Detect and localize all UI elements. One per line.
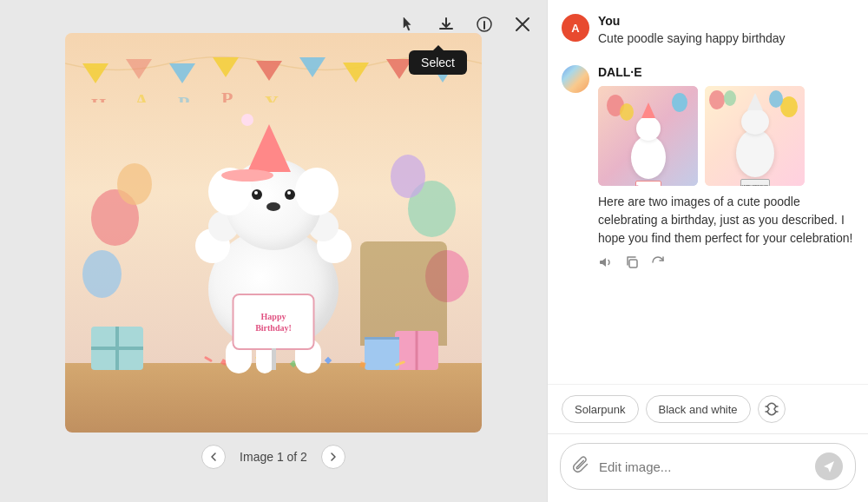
svg-marker-1: [82, 63, 108, 83]
speak-icon[interactable]: [598, 254, 614, 274]
main-image[interactable]: H A P P Y: [65, 33, 482, 433]
regenerate-icon[interactable]: [650, 254, 666, 274]
shuffle-icon[interactable]: [758, 395, 786, 423]
dalle-response-text: Here are two images of a cute poodle cel…: [598, 193, 854, 248]
dalle-name: DALL·E: [598, 65, 854, 79]
svg-marker-7: [343, 63, 369, 83]
dalle-avatar: [562, 65, 589, 93]
generated-image-2[interactable]: HAPPY BIRTHDAY!: [705, 86, 805, 186]
message-actions: [598, 254, 854, 274]
user-message-text: Cute poodle saying happy birthday: [598, 30, 854, 48]
attach-icon[interactable]: [573, 456, 590, 478]
generated-image-1[interactable]: Happy Birthday!: [598, 86, 698, 186]
select-icon[interactable]: [394, 10, 422, 38]
chat-input[interactable]: [599, 459, 806, 474]
style-chip-solarpunk[interactable]: Solarpunk: [562, 395, 639, 423]
svg-text:P: P: [221, 88, 233, 102]
chat-input-container: [560, 443, 856, 490]
prev-image-button[interactable]: [201, 445, 226, 469]
chat-panel: A You Cute poodle saying happy birthday …: [547, 0, 868, 502]
svg-marker-5: [256, 61, 282, 81]
user-message: A You Cute poodle saying happy birthday: [562, 14, 854, 48]
dalle-generated-images: Happy Birthday!: [598, 86, 854, 186]
download-icon[interactable]: [432, 10, 460, 38]
image-toolbar: Select: [394, 10, 536, 38]
svg-rect-15: [629, 260, 637, 268]
svg-marker-4: [213, 57, 239, 77]
select-tooltip: Select: [409, 50, 467, 75]
dalle-message: DALL·E: [562, 65, 854, 274]
chat-messages: A You Cute poodle saying happy birthday …: [548, 0, 868, 384]
style-chip-black-and-white[interactable]: Black and white: [646, 395, 751, 423]
chat-input-area: [548, 433, 868, 502]
style-suggestions: Solarpunk Black and white: [548, 384, 868, 433]
next-image-button[interactable]: [321, 445, 345, 469]
image-viewer: Select: [0, 0, 547, 502]
image-navigation: Image 1 of 2: [201, 445, 345, 469]
image-counter: Image 1 of 2: [240, 450, 307, 464]
send-button[interactable]: [815, 452, 843, 480]
info-icon[interactable]: [470, 10, 498, 38]
user-name: You: [598, 14, 854, 28]
copy-icon[interactable]: [624, 254, 640, 274]
user-message-content: You Cute poodle saying happy birthday: [598, 14, 854, 48]
svg-text:Y: Y: [265, 91, 279, 102]
svg-text:H: H: [91, 94, 106, 102]
close-icon[interactable]: [509, 10, 536, 38]
dalle-message-content: DALL·E: [598, 65, 854, 274]
svg-marker-6: [299, 57, 326, 77]
svg-text:A: A: [135, 89, 148, 102]
user-avatar: A: [562, 14, 589, 42]
svg-marker-3: [169, 63, 195, 83]
svg-text:P: P: [178, 92, 189, 102]
